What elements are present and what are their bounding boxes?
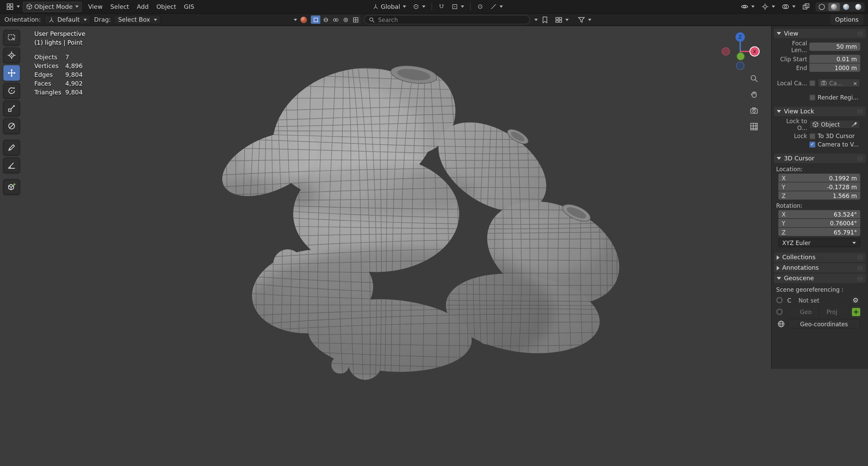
bookmark-icon[interactable] bbox=[541, 16, 549, 24]
panel-header-3d-cursor[interactable]: 3D Cursor ⣿⣿ bbox=[774, 154, 866, 163]
drag-dropdown[interactable]: Select Box bbox=[114, 15, 161, 24]
lock-to-object-field[interactable]: Object bbox=[809, 120, 860, 129]
panel-grip-icon[interactable]: ⣿⣿ bbox=[857, 156, 863, 160]
shading-material-button[interactable] bbox=[840, 2, 852, 11]
filter-options-dropdown[interactable] bbox=[534, 19, 538, 21]
panel-header-view[interactable]: View ⣿⣿ bbox=[774, 29, 866, 38]
tool-rotate[interactable] bbox=[3, 83, 20, 98]
panel-grip-icon[interactable]: ⣿⣿ bbox=[857, 109, 863, 114]
render-region-checkbox[interactable] bbox=[809, 94, 816, 101]
shading-solid-button[interactable] bbox=[828, 2, 840, 11]
tool-measure[interactable] bbox=[3, 158, 20, 173]
shading-rendered-button[interactable] bbox=[852, 2, 864, 11]
menu-view[interactable]: View bbox=[84, 2, 107, 12]
axis-minus-z-ball[interactable] bbox=[736, 62, 744, 70]
show-gizmo-dropdown[interactable] bbox=[759, 1, 778, 12]
mesh-object[interactable] bbox=[0, 26, 868, 466]
axis-minus-x-ball[interactable] bbox=[722, 47, 730, 55]
cursor-rotation-x[interactable]: X63.524° bbox=[778, 210, 860, 219]
display-filter-sphere-button[interactable] bbox=[321, 16, 331, 24]
transform-orientation-dropdown[interactable]: Global bbox=[370, 1, 409, 12]
geo-coordinates-button[interactable]: Geo-coordinates bbox=[788, 319, 860, 329]
proj-button[interactable]: Proj bbox=[819, 307, 844, 316]
tool-select-box[interactable] bbox=[3, 30, 20, 45]
to-3d-cursor-label: To 3D Cursor bbox=[818, 133, 854, 139]
viewport-3d[interactable]: User Perspective (1) lights | Point Obje… bbox=[0, 26, 868, 466]
material-ball-icon[interactable] bbox=[301, 16, 308, 23]
snap-settings-dropdown[interactable] bbox=[449, 1, 467, 12]
axis-y-ball[interactable] bbox=[737, 52, 744, 60]
eyedropper-icon[interactable] bbox=[851, 121, 858, 128]
drag-label: Drag: bbox=[94, 16, 111, 23]
xray-toggle[interactable] bbox=[799, 1, 812, 12]
menu-gis[interactable]: GIS bbox=[180, 2, 198, 12]
panel-grip-icon[interactable]: ⣿⣿ bbox=[857, 255, 863, 260]
tool-scale[interactable] bbox=[3, 101, 20, 116]
crs-switch-row: Geo Proj + bbox=[776, 307, 860, 316]
object-mode-dropdown[interactable]: Object Mode bbox=[23, 1, 82, 12]
presets-dropdown[interactable] bbox=[294, 19, 297, 21]
panel-header-view-lock[interactable]: View Lock ⣿⣿ bbox=[774, 107, 866, 116]
proportional-circle-icon bbox=[477, 3, 484, 10]
menu-select[interactable]: Select bbox=[106, 2, 133, 12]
camera-to-view-checkbox[interactable]: ✓ bbox=[809, 141, 816, 147]
tool-annotate[interactable] bbox=[3, 140, 20, 155]
cursor-location-z[interactable]: Z1.566 m bbox=[778, 191, 860, 200]
object-visibility-dropdown[interactable] bbox=[738, 1, 757, 12]
display-filter-box-button[interactable] bbox=[311, 16, 321, 24]
clip-end-field[interactable]: 1000 m bbox=[809, 64, 860, 72]
options-button[interactable]: Options bbox=[830, 14, 864, 25]
rotation-mode-dropdown[interactable]: XYZ Euler bbox=[778, 238, 860, 247]
proportional-falloff-dropdown[interactable] bbox=[488, 1, 506, 12]
axis-x-label: X bbox=[753, 48, 756, 54]
panel-header-geoscene[interactable]: Geoscene ⣿⣿ bbox=[774, 274, 866, 283]
toggle-ortho-button[interactable] bbox=[748, 120, 760, 133]
crs-radio-2[interactable] bbox=[776, 308, 783, 315]
camera-view-button[interactable] bbox=[748, 105, 760, 117]
focal-length-field[interactable]: 50 mm bbox=[809, 42, 860, 51]
crs-settings-button[interactable]: ⚙ bbox=[851, 296, 860, 305]
tool-cursor[interactable] bbox=[3, 47, 20, 63]
pan-button[interactable] bbox=[748, 88, 760, 101]
panel-header-annotations[interactable]: Annotations ⣿⣿ bbox=[774, 263, 866, 273]
shading-mode-group bbox=[816, 2, 865, 12]
tool-move[interactable] bbox=[3, 65, 20, 81]
display-filter-circles-button[interactable] bbox=[331, 16, 340, 24]
pivot-point-dropdown[interactable] bbox=[410, 1, 428, 12]
geo-button[interactable]: Geo bbox=[793, 307, 819, 316]
cursor-rotation-z[interactable]: Z65.791° bbox=[778, 228, 860, 236]
crs-radio[interactable] bbox=[776, 297, 783, 304]
search-field[interactable] bbox=[364, 15, 530, 24]
tool-add-cube[interactable] bbox=[3, 179, 20, 195]
panel-grip-icon[interactable]: ⣿⣿ bbox=[857, 276, 863, 281]
zoom-button[interactable] bbox=[748, 72, 760, 85]
show-overlays-dropdown[interactable] bbox=[779, 1, 798, 12]
tool-transform[interactable] bbox=[3, 118, 20, 134]
cursor-rotation-y[interactable]: Y0.76004° bbox=[778, 219, 860, 227]
orientation-dropdown[interactable]: Default bbox=[44, 15, 91, 24]
add-crs-button[interactable]: + bbox=[852, 308, 861, 316]
search-input[interactable] bbox=[378, 16, 526, 23]
local-camera-field[interactable]: Ca... × bbox=[818, 79, 860, 87]
display-filter-grid-button[interactable] bbox=[351, 16, 360, 24]
local-camera-checkbox[interactable] bbox=[809, 80, 816, 86]
clip-start-field[interactable]: 0.01 m bbox=[809, 55, 860, 63]
panel-header-collections[interactable]: Collections ⣿⣿ bbox=[774, 253, 866, 262]
to-3d-cursor-checkbox[interactable] bbox=[809, 133, 816, 139]
display-mode-dropdown[interactable] bbox=[552, 14, 572, 25]
panel-grip-icon[interactable]: ⣿⣿ bbox=[857, 266, 863, 270]
display-filter-ring-button[interactable] bbox=[341, 16, 351, 24]
proportional-editing-toggle[interactable] bbox=[474, 1, 486, 12]
editor-type-button[interactable] bbox=[3, 1, 23, 12]
cursor-location-x[interactable]: X0.1992 m bbox=[778, 174, 860, 182]
panel-grip-icon[interactable]: ⣿⣿ bbox=[857, 31, 863, 36]
filter-dropdown[interactable] bbox=[575, 14, 594, 25]
stat-row: Objects7 bbox=[34, 53, 85, 62]
clear-camera-button[interactable]: × bbox=[853, 80, 858, 86]
menu-object[interactable]: Object bbox=[152, 2, 180, 12]
navigation-gizmo[interactable]: Z X bbox=[719, 30, 761, 72]
snap-toggle[interactable] bbox=[436, 1, 448, 12]
menu-add[interactable]: Add bbox=[133, 2, 153, 12]
shading-wireframe-button[interactable] bbox=[816, 2, 827, 11]
cursor-location-y[interactable]: Y-0.1728 m bbox=[778, 182, 860, 191]
